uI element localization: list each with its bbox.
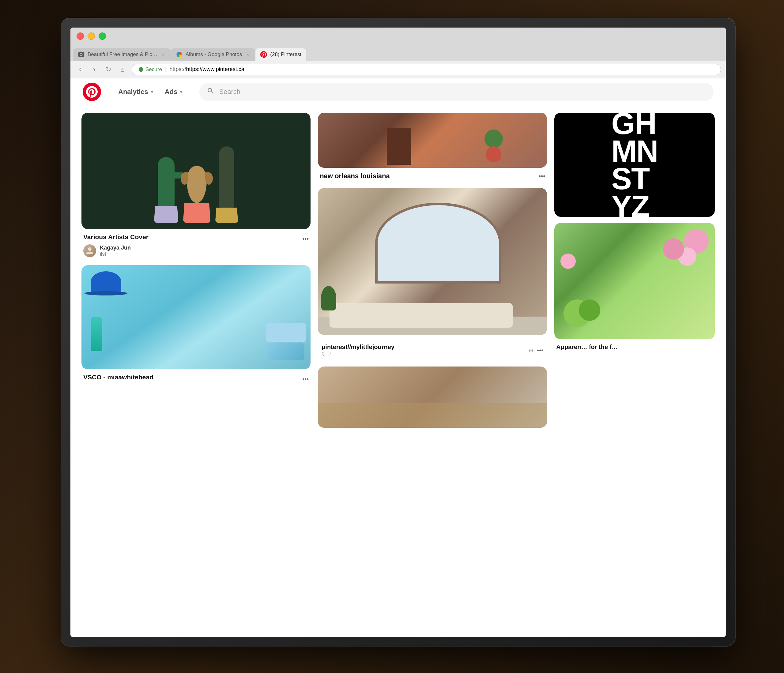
pin-image-floral [554,223,715,339]
pin-info-vsco: VSCO - miaawhitehead ••• [81,369,311,386]
pin-title-vsco: VSCO - miaawhitehead [83,373,153,381]
pin-vsco-header-row: VSCO - miaawhitehead ••• [83,373,309,385]
address-bar: ‹ › ↻ ⌂ Secure | https://https://www.pin… [70,61,726,78]
flower-4 [560,253,576,269]
pin-user-info: Kagaya Jun ilst [100,245,131,257]
tab-unsplash-close[interactable]: × [160,52,166,57]
nola-plant [484,129,503,148]
pin-image-nola [318,113,547,168]
pin-image-vsco [81,265,311,369]
back-button[interactable]: ‹ [75,65,85,75]
tab-pinterest[interactable]: (28) Pinterest [255,48,306,61]
screen: Beautiful Free Images & Pictur… × Albums… [70,28,726,637]
lr-label-row: pinterest//mylittlejourney ☾♡ ⚙ ••• [318,335,547,361]
lr-window [375,203,501,283]
traffic-lights [76,33,106,40]
home-button[interactable]: ⌂ [118,65,128,75]
tab-googlephotos-title: Albums - Google Photos [185,51,242,58]
pot-middle [183,203,211,223]
plant-right [215,146,238,223]
pin-card-vsco[interactable]: VSCO - miaawhitehead ••• [81,265,311,386]
vsco-photo [81,265,311,369]
pin-board-plants: ilst [100,251,131,257]
search-placeholder: Search [219,88,240,96]
pin-header-row: Various Artists Cover ••• [83,233,309,244]
vsco-bottle-shape [91,317,102,351]
plant-middle [183,166,211,223]
leaf-2 [579,300,600,321]
pin-card-partial[interactable] [318,367,547,428]
pin-username-plants: Kagaya Jun [100,245,131,251]
typography-text: AEGHMNSTYZ56 [611,113,658,217]
url-display: https://https://www.pinterest.ca [170,66,244,73]
google-photos-icon [176,51,182,58]
ads-label: Ads [165,88,177,96]
pin-image-partial [318,367,547,428]
plant-illustration [81,113,311,229]
lr-subtitle: ☾♡ [322,351,394,357]
vsco-hat-brim [84,291,128,295]
lr-label-group: pinterest//mylittlejourney ☾♡ [322,343,394,357]
pin-card-nola[interactable]: new orleans louisiana ••• [318,113,547,182]
pinterest-app: Analytics ▾ Ads ▾ Search [70,78,726,637]
pin-card-plants[interactable]: Various Artists Cover ••• [81,113,311,259]
succulent-body [187,166,207,203]
nav-menu: Analytics ▾ Ads ▾ [113,85,187,99]
forward-button[interactable]: › [89,65,99,75]
tab-unsplash-title: Beautiful Free Images & Pictur… [87,51,157,58]
pinterest-nav: Analytics ▾ Ads ▾ Search [70,78,726,105]
pin-more-button-nola[interactable]: ••• [539,173,545,180]
minimize-button[interactable] [87,33,95,40]
pot-left [154,206,179,223]
partial-photo [318,367,547,428]
typography-poster: AEGHMNSTYZ56 [554,113,715,217]
tab-pinterest-title: (28) Pinterest [270,51,301,58]
masonry-grid: Various Artists Cover ••• [70,105,726,637]
tab-googlephotos[interactable]: Albums - Google Photos × [171,48,255,61]
tab-googlephotos-close[interactable]: × [245,52,250,57]
lr-actions: ⚙ ••• [528,347,543,354]
nola-pot [486,146,501,162]
succulent-leaf-left [181,173,188,185]
pinterest-content: Various Artists Cover ••• [70,105,726,637]
avatar-face [83,244,96,257]
lr-sofa [330,303,513,328]
maximize-button[interactable] [99,33,106,40]
ads-menu-item[interactable]: Ads ▾ [160,85,187,99]
search-icon [207,87,215,97]
pin-more-button-plants[interactable]: ••• [302,235,309,242]
pin-info-floral: Apparen… for the f… [554,339,715,353]
lr-more-button[interactable]: ••• [537,347,543,354]
pinterest-logo[interactable] [83,83,101,101]
close-button[interactable] [76,33,84,40]
partial-overlay [318,403,547,428]
nola-photo [318,113,547,168]
lr-settings-icon[interactable]: ⚙ [528,347,534,354]
pin-more-button-vsco[interactable]: ••• [302,376,309,383]
flower-3 [663,238,684,260]
lr-title: pinterest//mylittlejourney [322,343,394,351]
pin-user-plants: Kagaya Jun ilst [83,244,309,257]
pin-card-livingroom[interactable]: pinterest//mylittlejourney ☾♡ ⚙ ••• [318,188,547,361]
search-bar[interactable]: Search [199,83,714,101]
pin-info-nola: new orleans louisiana ••• [318,168,547,182]
lr-info-row: pinterest//mylittlejourney ☾♡ ⚙ ••• [320,339,545,359]
camera-icon [78,51,84,58]
pin-title-plants: Various Artists Cover [83,233,149,241]
pin-avatar-plants [83,244,96,257]
floral-photo [554,223,715,339]
tab-unsplash[interactable]: Beautiful Free Images & Pictur… × [73,48,171,61]
masonry-column-1: Various Artists Cover ••• [78,113,314,637]
address-input[interactable]: Secure | https://https://www.pinterest.c… [132,64,721,75]
analytics-menu-item[interactable]: Analytics ▾ [113,85,158,99]
floral-text: Apparen… for the f… [556,343,618,350]
secure-label: Secure [145,67,162,73]
cactus-body-right [219,146,234,208]
pot-right [215,208,238,223]
pin-card-floral[interactable]: Apparen… for the f… [554,223,715,353]
secure-badge: Secure [138,67,162,73]
analytics-label: Analytics [118,88,148,96]
pin-card-typography[interactable]: AEGHMNSTYZ56 [554,113,715,217]
refresh-button[interactable]: ↻ [104,65,113,75]
pin-image-typography: AEGHMNSTYZ56 [554,113,715,217]
